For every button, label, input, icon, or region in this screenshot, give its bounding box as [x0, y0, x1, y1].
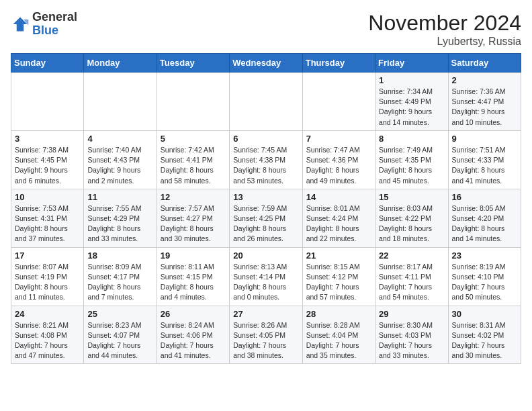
day-number: 11 — [87, 192, 152, 202]
day-number: 19 — [161, 250, 226, 261]
day-info: Sunrise: 8:17 AM Sunset: 4:11 PM Dayligh… — [379, 262, 444, 303]
day-number: 15 — [379, 192, 444, 202]
day-info: Sunrise: 8:23 AM Sunset: 4:07 PM Dayligh… — [87, 320, 152, 361]
day-info: Sunrise: 8:09 AM Sunset: 4:17 PM Dayligh… — [87, 262, 152, 303]
calendar-cell: 15Sunrise: 8:03 AM Sunset: 4:22 PM Dayli… — [375, 189, 448, 247]
day-number: 5 — [161, 134, 226, 144]
day-info: Sunrise: 8:31 AM Sunset: 4:02 PM Dayligh… — [452, 320, 517, 361]
day-info: Sunrise: 7:36 AM Sunset: 4:47 PM Dayligh… — [452, 87, 517, 128]
day-info: Sunrise: 7:57 AM Sunset: 4:27 PM Dayligh… — [161, 203, 226, 244]
day-info: Sunrise: 7:34 AM Sunset: 4:49 PM Dayligh… — [379, 87, 444, 128]
day-info: Sunrise: 8:13 AM Sunset: 4:14 PM Dayligh… — [233, 262, 298, 303]
logo-icon — [11, 15, 30, 34]
calendar-header-row: SundayMondayTuesdayWednesdayThursdayFrid… — [11, 54, 521, 73]
day-info: Sunrise: 8:26 AM Sunset: 4:05 PM Dayligh… — [233, 320, 298, 361]
calendar-cell: 28Sunrise: 8:28 AM Sunset: 4:04 PM Dayli… — [302, 306, 375, 364]
day-number: 23 — [452, 250, 517, 261]
day-number: 30 — [452, 309, 517, 319]
logo-blue: Blue — [32, 24, 58, 37]
calendar-header-wednesday: Wednesday — [230, 54, 302, 73]
calendar-cell: 19Sunrise: 8:11 AM Sunset: 4:15 PM Dayli… — [157, 247, 229, 306]
calendar-cell: 22Sunrise: 8:17 AM Sunset: 4:11 PM Dayli… — [375, 247, 448, 306]
day-number: 3 — [15, 134, 80, 144]
calendar-cell: 29Sunrise: 8:30 AM Sunset: 4:03 PM Dayli… — [375, 306, 448, 364]
day-number: 6 — [233, 134, 298, 144]
day-number: 13 — [233, 192, 298, 202]
calendar-cell: 25Sunrise: 8:23 AM Sunset: 4:07 PM Dayli… — [84, 306, 157, 364]
day-number: 2 — [452, 75, 517, 85]
calendar-cell: 1Sunrise: 7:34 AM Sunset: 4:49 PM Daylig… — [375, 73, 448, 131]
day-number: 29 — [379, 309, 444, 319]
logo-general: General — [32, 10, 77, 24]
calendar-cell — [84, 73, 157, 131]
day-number: 10 — [15, 192, 80, 202]
day-info: Sunrise: 7:53 AM Sunset: 4:31 PM Dayligh… — [15, 203, 80, 244]
calendar-cell: 20Sunrise: 8:13 AM Sunset: 4:14 PM Dayli… — [230, 247, 302, 306]
day-info: Sunrise: 7:38 AM Sunset: 4:45 PM Dayligh… — [15, 145, 80, 186]
calendar-header-saturday: Saturday — [448, 54, 521, 73]
day-number: 20 — [233, 250, 298, 261]
calendar-header-friday: Friday — [375, 54, 448, 73]
day-info: Sunrise: 8:21 AM Sunset: 4:08 PM Dayligh… — [15, 320, 80, 361]
day-info: Sunrise: 8:24 AM Sunset: 4:06 PM Dayligh… — [161, 320, 226, 361]
calendar-week-row: 1Sunrise: 7:34 AM Sunset: 4:49 PM Daylig… — [11, 73, 521, 131]
calendar-cell — [302, 73, 375, 131]
day-number: 27 — [233, 309, 298, 319]
day-info: Sunrise: 8:30 AM Sunset: 4:03 PM Dayligh… — [379, 320, 444, 361]
day-number: 18 — [87, 250, 152, 261]
day-info: Sunrise: 7:40 AM Sunset: 4:43 PM Dayligh… — [87, 145, 152, 186]
day-info: Sunrise: 7:47 AM Sunset: 4:36 PM Dayligh… — [306, 145, 371, 186]
calendar-cell: 27Sunrise: 8:26 AM Sunset: 4:05 PM Dayli… — [230, 306, 302, 364]
day-number: 24 — [15, 309, 80, 319]
calendar-cell: 12Sunrise: 7:57 AM Sunset: 4:27 PM Dayli… — [157, 189, 229, 247]
calendar-cell: 7Sunrise: 7:47 AM Sunset: 4:36 PM Daylig… — [302, 130, 375, 189]
location: Lyubertsy, Russia — [368, 36, 521, 48]
calendar-header-tuesday: Tuesday — [157, 54, 229, 73]
day-info: Sunrise: 7:55 AM Sunset: 4:29 PM Dayligh… — [87, 203, 152, 244]
calendar-cell: 11Sunrise: 7:55 AM Sunset: 4:29 PM Dayli… — [84, 189, 157, 247]
day-info: Sunrise: 8:05 AM Sunset: 4:20 PM Dayligh… — [452, 203, 517, 244]
day-info: Sunrise: 7:45 AM Sunset: 4:38 PM Dayligh… — [233, 145, 298, 186]
calendar-cell: 14Sunrise: 8:01 AM Sunset: 4:24 PM Dayli… — [302, 189, 375, 247]
calendar-cell: 10Sunrise: 7:53 AM Sunset: 4:31 PM Dayli… — [11, 189, 84, 247]
calendar-cell: 6Sunrise: 7:45 AM Sunset: 4:38 PM Daylig… — [230, 130, 302, 189]
day-info: Sunrise: 8:11 AM Sunset: 4:15 PM Dayligh… — [161, 262, 226, 303]
logo-text: General Blue — [32, 11, 77, 38]
calendar-header-thursday: Thursday — [302, 54, 375, 73]
day-info: Sunrise: 8:15 AM Sunset: 4:12 PM Dayligh… — [306, 262, 371, 303]
calendar-cell: 9Sunrise: 7:51 AM Sunset: 4:33 PM Daylig… — [448, 130, 521, 189]
day-number: 8 — [379, 134, 444, 144]
calendar-cell: 4Sunrise: 7:40 AM Sunset: 4:43 PM Daylig… — [84, 130, 157, 189]
calendar-cell: 3Sunrise: 7:38 AM Sunset: 4:45 PM Daylig… — [11, 130, 84, 189]
calendar-week-row: 10Sunrise: 7:53 AM Sunset: 4:31 PM Dayli… — [11, 189, 521, 247]
calendar-cell: 17Sunrise: 8:07 AM Sunset: 4:19 PM Dayli… — [11, 247, 84, 306]
page-header: General Blue November 2024 Lyubertsy, Ru… — [11, 11, 521, 48]
calendar-cell: 30Sunrise: 8:31 AM Sunset: 4:02 PM Dayli… — [448, 306, 521, 364]
day-info: Sunrise: 8:28 AM Sunset: 4:04 PM Dayligh… — [306, 320, 371, 361]
calendar-header-sunday: Sunday — [11, 54, 84, 73]
calendar-cell: 26Sunrise: 8:24 AM Sunset: 4:06 PM Dayli… — [157, 306, 229, 364]
day-info: Sunrise: 8:03 AM Sunset: 4:22 PM Dayligh… — [379, 203, 444, 244]
day-number: 7 — [306, 134, 371, 144]
calendar-cell: 24Sunrise: 8:21 AM Sunset: 4:08 PM Dayli… — [11, 306, 84, 364]
day-number: 1 — [379, 75, 444, 85]
month-title: November 2024 — [368, 11, 521, 36]
day-number: 16 — [452, 192, 517, 202]
day-number: 4 — [87, 134, 152, 144]
day-info: Sunrise: 7:59 AM Sunset: 4:25 PM Dayligh… — [233, 203, 298, 244]
calendar-cell — [11, 73, 84, 131]
title-section: November 2024 Lyubertsy, Russia — [368, 11, 521, 48]
calendar-cell: 21Sunrise: 8:15 AM Sunset: 4:12 PM Dayli… — [302, 247, 375, 306]
calendar-cell — [230, 73, 302, 131]
calendar-cell: 23Sunrise: 8:19 AM Sunset: 4:10 PM Dayli… — [448, 247, 521, 306]
calendar-cell: 5Sunrise: 7:42 AM Sunset: 4:41 PM Daylig… — [157, 130, 229, 189]
day-info: Sunrise: 8:07 AM Sunset: 4:19 PM Dayligh… — [15, 262, 80, 303]
calendar-week-row: 17Sunrise: 8:07 AM Sunset: 4:19 PM Dayli… — [11, 247, 521, 306]
svg-marker-0 — [13, 17, 28, 31]
calendar-cell: 2Sunrise: 7:36 AM Sunset: 4:47 PM Daylig… — [448, 73, 521, 131]
calendar-cell — [157, 73, 229, 131]
day-info: Sunrise: 8:01 AM Sunset: 4:24 PM Dayligh… — [306, 203, 371, 244]
calendar-cell: 18Sunrise: 8:09 AM Sunset: 4:17 PM Dayli… — [84, 247, 157, 306]
day-number: 9 — [452, 134, 517, 144]
day-info: Sunrise: 7:42 AM Sunset: 4:41 PM Dayligh… — [161, 145, 226, 186]
